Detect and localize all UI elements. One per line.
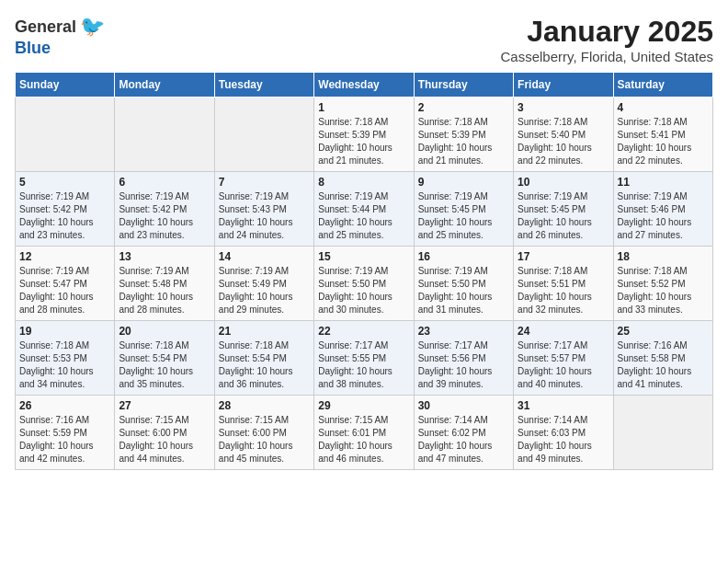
day-detail: Sunrise: 7:19 AMSunset: 5:46 PMDaylight:… (618, 190, 709, 242)
day-number: 2 (418, 101, 509, 114)
day-detail: Sunrise: 7:19 AMSunset: 5:50 PMDaylight:… (418, 265, 509, 316)
day-detail: Sunrise: 7:17 AMSunset: 5:57 PMDaylight:… (518, 339, 609, 391)
weekday-header-saturday: Saturday (613, 73, 712, 98)
calendar-cell: 18Sunrise: 7:18 AMSunset: 5:52 PMDayligh… (613, 247, 712, 321)
calendar-cell: 19Sunrise: 7:18 AMSunset: 5:53 PMDayligh… (16, 321, 115, 396)
day-number: 6 (119, 176, 210, 189)
day-number: 15 (318, 250, 409, 263)
weekday-header-friday: Friday (514, 73, 613, 98)
day-number: 26 (19, 399, 110, 412)
day-number: 1 (318, 101, 409, 114)
calendar-cell: 24Sunrise: 7:17 AMSunset: 5:57 PMDayligh… (514, 321, 613, 396)
day-detail: Sunrise: 7:17 AMSunset: 5:56 PMDaylight:… (418, 339, 509, 391)
day-number: 20 (119, 325, 210, 338)
weekday-header-thursday: Thursday (414, 73, 513, 98)
day-number: 27 (119, 399, 210, 412)
day-detail: Sunrise: 7:18 AMSunset: 5:52 PMDaylight:… (618, 265, 709, 316)
day-number: 21 (219, 325, 310, 338)
day-detail: Sunrise: 7:18 AMSunset: 5:54 PMDaylight:… (119, 339, 210, 391)
day-detail: Sunrise: 7:19 AMSunset: 5:44 PMDaylight:… (318, 190, 409, 242)
page-header: General 🐦 Blue January 2025 Casselberry,… (15, 15, 713, 64)
calendar-week-row: 1Sunrise: 7:18 AMSunset: 5:39 PMDaylight… (16, 98, 713, 172)
day-number: 4 (618, 101, 709, 114)
day-number: 14 (219, 250, 310, 263)
calendar-cell: 26Sunrise: 7:16 AMSunset: 5:59 PMDayligh… (16, 396, 115, 470)
calendar-title: January 2025 (501, 15, 713, 49)
weekday-header-monday: Monday (115, 73, 214, 98)
day-number: 5 (19, 176, 110, 189)
day-number: 12 (19, 250, 110, 263)
day-number: 22 (318, 325, 409, 338)
calendar-cell: 28Sunrise: 7:15 AMSunset: 6:00 PMDayligh… (214, 396, 313, 470)
calendar-cell: 2Sunrise: 7:18 AMSunset: 5:39 PMDaylight… (414, 98, 513, 172)
logo-bird-icon: 🐦 (80, 15, 105, 39)
calendar-table: SundayMondayTuesdayWednesdayThursdayFrid… (15, 72, 713, 470)
calendar-cell: 9Sunrise: 7:19 AMSunset: 5:45 PMDaylight… (414, 172, 513, 247)
calendar-cell: 17Sunrise: 7:18 AMSunset: 5:51 PMDayligh… (514, 247, 613, 321)
day-detail: Sunrise: 7:18 AMSunset: 5:41 PMDaylight:… (618, 116, 709, 167)
logo-blue: Blue (15, 39, 51, 58)
calendar-subtitle: Casselberry, Florida, United States (501, 49, 713, 64)
day-detail: Sunrise: 7:18 AMSunset: 5:39 PMDaylight:… (318, 116, 409, 167)
day-detail: Sunrise: 7:19 AMSunset: 5:43 PMDaylight:… (219, 190, 310, 242)
day-number: 31 (518, 399, 609, 412)
calendar-cell: 12Sunrise: 7:19 AMSunset: 5:47 PMDayligh… (16, 247, 115, 321)
calendar-cell (214, 98, 313, 172)
calendar-cell: 27Sunrise: 7:15 AMSunset: 6:00 PMDayligh… (115, 396, 214, 470)
logo-general: General (15, 17, 76, 37)
day-detail: Sunrise: 7:16 AMSunset: 5:58 PMDaylight:… (618, 339, 709, 391)
day-number: 18 (618, 250, 709, 263)
calendar-cell: 23Sunrise: 7:17 AMSunset: 5:56 PMDayligh… (414, 321, 513, 396)
day-detail: Sunrise: 7:19 AMSunset: 5:42 PMDaylight:… (119, 190, 210, 242)
day-number: 10 (518, 176, 609, 189)
day-number: 3 (518, 101, 609, 114)
calendar-cell (613, 396, 712, 470)
day-number: 11 (618, 176, 709, 189)
day-number: 25 (618, 325, 709, 338)
calendar-cell: 7Sunrise: 7:19 AMSunset: 5:43 PMDaylight… (214, 172, 313, 247)
day-detail: Sunrise: 7:18 AMSunset: 5:53 PMDaylight:… (19, 339, 110, 391)
calendar-cell: 16Sunrise: 7:19 AMSunset: 5:50 PMDayligh… (414, 247, 513, 321)
day-detail: Sunrise: 7:18 AMSunset: 5:39 PMDaylight:… (418, 116, 509, 167)
day-detail: Sunrise: 7:18 AMSunset: 5:54 PMDaylight:… (219, 339, 310, 391)
calendar-cell: 20Sunrise: 7:18 AMSunset: 5:54 PMDayligh… (115, 321, 214, 396)
day-detail: Sunrise: 7:14 AMSunset: 6:02 PMDaylight:… (418, 414, 509, 465)
calendar-cell: 31Sunrise: 7:14 AMSunset: 6:03 PMDayligh… (514, 396, 613, 470)
calendar-cell: 4Sunrise: 7:18 AMSunset: 5:41 PMDaylight… (613, 98, 712, 172)
calendar-cell: 29Sunrise: 7:15 AMSunset: 6:01 PMDayligh… (314, 396, 414, 470)
day-detail: Sunrise: 7:16 AMSunset: 5:59 PMDaylight:… (19, 414, 110, 465)
calendar-cell: 15Sunrise: 7:19 AMSunset: 5:50 PMDayligh… (314, 247, 414, 321)
day-number: 19 (19, 325, 110, 338)
weekday-header-sunday: Sunday (16, 73, 115, 98)
calendar-cell: 13Sunrise: 7:19 AMSunset: 5:48 PMDayligh… (115, 247, 214, 321)
day-number: 28 (219, 399, 310, 412)
weekday-header-wednesday: Wednesday (314, 73, 414, 98)
day-detail: Sunrise: 7:14 AMSunset: 6:03 PMDaylight:… (518, 414, 609, 465)
calendar-cell: 30Sunrise: 7:14 AMSunset: 6:02 PMDayligh… (414, 396, 513, 470)
day-number: 17 (518, 250, 609, 263)
day-number: 29 (318, 399, 409, 412)
calendar-week-row: 12Sunrise: 7:19 AMSunset: 5:47 PMDayligh… (16, 247, 713, 321)
day-number: 13 (119, 250, 210, 263)
calendar-cell (115, 98, 214, 172)
calendar-cell: 22Sunrise: 7:17 AMSunset: 5:55 PMDayligh… (314, 321, 414, 396)
calendar-cell: 21Sunrise: 7:18 AMSunset: 5:54 PMDayligh… (214, 321, 313, 396)
day-number: 9 (418, 176, 509, 189)
calendar-cell: 1Sunrise: 7:18 AMSunset: 5:39 PMDaylight… (314, 98, 414, 172)
day-detail: Sunrise: 7:19 AMSunset: 5:48 PMDaylight:… (119, 265, 210, 316)
day-number: 16 (418, 250, 509, 263)
logo: General 🐦 Blue (15, 15, 105, 58)
day-detail: Sunrise: 7:17 AMSunset: 5:55 PMDaylight:… (318, 339, 409, 391)
day-detail: Sunrise: 7:18 AMSunset: 5:40 PMDaylight:… (518, 116, 609, 167)
day-number: 24 (518, 325, 609, 338)
calendar-cell: 3Sunrise: 7:18 AMSunset: 5:40 PMDaylight… (514, 98, 613, 172)
day-detail: Sunrise: 7:19 AMSunset: 5:42 PMDaylight:… (19, 190, 110, 242)
weekday-header-row: SundayMondayTuesdayWednesdayThursdayFrid… (16, 73, 713, 98)
day-detail: Sunrise: 7:19 AMSunset: 5:49 PMDaylight:… (219, 265, 310, 316)
day-detail: Sunrise: 7:15 AMSunset: 6:00 PMDaylight:… (219, 414, 310, 465)
calendar-cell: 5Sunrise: 7:19 AMSunset: 5:42 PMDaylight… (16, 172, 115, 247)
calendar-cell: 25Sunrise: 7:16 AMSunset: 5:58 PMDayligh… (613, 321, 712, 396)
calendar-cell: 14Sunrise: 7:19 AMSunset: 5:49 PMDayligh… (214, 247, 313, 321)
calendar-week-row: 19Sunrise: 7:18 AMSunset: 5:53 PMDayligh… (16, 321, 713, 396)
calendar-week-row: 26Sunrise: 7:16 AMSunset: 5:59 PMDayligh… (16, 396, 713, 470)
